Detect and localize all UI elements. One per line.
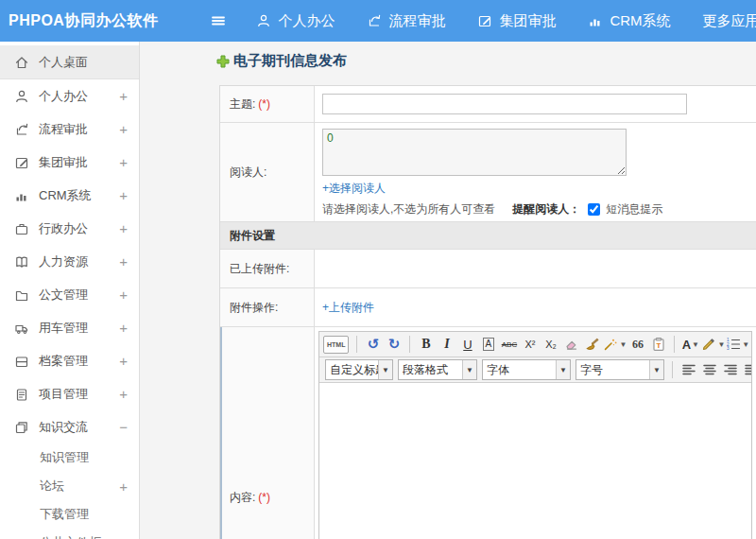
rich-text-editor: HTML↺↻BIUAABCX²X₂▼66TA▼▼123▼ 自定义标题▼段落格式▼… bbox=[318, 331, 752, 539]
align-center-button[interactable] bbox=[699, 360, 719, 380]
expander-minus-icon[interactable]: − bbox=[119, 419, 128, 435]
required-mark: (*) bbox=[258, 97, 270, 111]
page-title: 电子期刊信息发布 bbox=[216, 52, 347, 70]
publish-form: 主题: (*) 阅读人: +选择阅读人 请选择阅读人,不选为所有人可查看 提醒阅… bbox=[219, 85, 756, 539]
magic-wand-button[interactable]: ▼ bbox=[603, 335, 627, 355]
eraser-button[interactable] bbox=[561, 335, 581, 355]
sidebar-item-档案管理[interactable]: 档案管理+ bbox=[0, 344, 139, 377]
expander-plus-icon[interactable]: + bbox=[119, 88, 128, 104]
editor-content-area[interactable] bbox=[319, 383, 751, 539]
uploaded-attachments-value bbox=[315, 250, 756, 287]
top-nav-item-流程审批[interactable]: 流程审批 bbox=[367, 12, 445, 30]
hamburger-menu-icon[interactable] bbox=[211, 9, 226, 32]
sidebar-item-知识管理[interactable]: 知识管理 bbox=[0, 443, 139, 472]
archive-icon bbox=[13, 353, 29, 369]
expander-plus-icon[interactable]: + bbox=[119, 386, 128, 402]
sidebar-item-行政办公[interactable]: 行政办公+ bbox=[0, 212, 139, 245]
toolbar-separator bbox=[356, 336, 357, 353]
sidebar-item-知识交流[interactable]: 知识交流− bbox=[0, 410, 139, 443]
format-brush-button[interactable] bbox=[582, 335, 602, 355]
book-icon bbox=[13, 253, 29, 270]
align-right-button[interactable] bbox=[720, 360, 740, 380]
expander-plus-icon[interactable]: + bbox=[119, 220, 128, 236]
sidebar-item-个人桌面[interactable]: 个人桌面 bbox=[0, 45, 139, 79]
readers-row: 阅读人: +选择阅读人 请选择阅读人,不选为所有人可查看 提醒阅读人： 短消息提… bbox=[220, 123, 756, 222]
truck-icon bbox=[13, 320, 29, 336]
editor-toolbar-row1: HTML↺↻BIUAABCX²X₂▼66TA▼▼123▼ bbox=[319, 332, 751, 357]
top-nav-item-CRM系统[interactable]: CRM系统 bbox=[588, 12, 670, 30]
font-color-button[interactable]: A▼ bbox=[680, 335, 700, 355]
editor-select-段落格式[interactable]: 段落格式▼ bbox=[398, 359, 477, 380]
chart-icon bbox=[13, 187, 29, 203]
expander-plus-icon[interactable]: + bbox=[119, 154, 128, 170]
user-icon bbox=[256, 13, 271, 28]
subject-input[interactable] bbox=[322, 94, 687, 114]
remind-readers-label: 提醒阅读人： bbox=[512, 201, 580, 217]
sidebar-item-论坛[interactable]: 论坛+ bbox=[0, 472, 139, 500]
expander-plus-icon[interactable]: + bbox=[119, 287, 128, 303]
italic-button[interactable]: I bbox=[437, 335, 456, 355]
top-nav-item-更多应用[interactable]: 更多应用▼ bbox=[703, 12, 756, 30]
content-row: 内容: (*) HTML↺↻BIUAABCX²X₂▼66TA▼▼123▼ 自定义… bbox=[220, 327, 756, 539]
sidebar-item-集团审批[interactable]: 集团审批+ bbox=[0, 146, 139, 179]
readers-textarea[interactable] bbox=[322, 129, 627, 176]
editor-toolbar-row2: 自定义标题▼段落格式▼字体▼字号▼ bbox=[319, 357, 751, 383]
main-content: 电子期刊信息发布 主题: (*) 阅读人: +选择阅读人 请选择阅读人,不选 bbox=[141, 42, 756, 539]
top-nav-item-个人办公[interactable]: 个人办公 bbox=[256, 12, 335, 30]
sidebar-item-公文管理[interactable]: 公文管理+ bbox=[0, 278, 139, 311]
sms-notify-checkbox[interactable] bbox=[588, 203, 600, 216]
font-box-button[interactable]: A bbox=[478, 335, 498, 355]
expander-plus-icon[interactable]: + bbox=[119, 253, 128, 270]
sidebar-item-CRM系统[interactable]: CRM系统+ bbox=[0, 179, 139, 212]
sms-notify-label: 短消息提示 bbox=[606, 201, 662, 217]
sidebar-item-项目管理[interactable]: 项目管理+ bbox=[0, 377, 139, 410]
caret-down-icon: ▼ bbox=[378, 360, 392, 379]
caret-down-icon: ▼ bbox=[462, 360, 476, 379]
html-source-button[interactable]: HTML bbox=[323, 336, 349, 354]
sidebar-item-人力资源[interactable]: 人力资源+ bbox=[0, 245, 139, 278]
sidebar-item-公共文件柜[interactable]: 公共文件柜 bbox=[0, 529, 139, 539]
caret-down-icon: ▼ bbox=[556, 360, 570, 379]
briefcase-icon bbox=[13, 220, 29, 236]
sidebar-item-下载管理[interactable]: 下载管理 bbox=[0, 500, 139, 529]
sidebar-item-流程审批[interactable]: 流程审批+ bbox=[0, 113, 139, 146]
align-justify-button[interactable] bbox=[741, 360, 751, 380]
readers-label: 阅读人: bbox=[220, 123, 315, 221]
paste-table-button[interactable]: T bbox=[648, 335, 668, 355]
underline-button[interactable]: U bbox=[457, 335, 477, 355]
expander-plus-icon[interactable]: + bbox=[119, 478, 128, 495]
uploaded-attachments-label: 已上传附件: bbox=[220, 250, 315, 287]
highlight-button[interactable]: ▼ bbox=[701, 335, 725, 355]
subscript-button[interactable]: X₂ bbox=[541, 335, 560, 355]
undo-button[interactable]: ↺ bbox=[363, 335, 383, 355]
editor-select-字号[interactable]: 字号▼ bbox=[576, 359, 664, 380]
expander-plus-icon[interactable]: + bbox=[119, 121, 128, 137]
sidebar-item-个人办公[interactable]: 个人办公+ bbox=[0, 79, 139, 113]
edit-icon bbox=[13, 154, 29, 170]
app-logo: PHPOA协同办公软件 bbox=[0, 11, 158, 31]
top-nav: 个人办公流程审批集团审批CRM系统更多应用▼ bbox=[256, 12, 756, 30]
attachment-section-header: 附件设置 bbox=[220, 222, 756, 250]
editor-select-自定义标题[interactable]: 自定义标题▼ bbox=[325, 359, 393, 380]
content-label: 内容: (*) bbox=[220, 327, 315, 539]
redo-button[interactable]: ↻ bbox=[384, 335, 404, 355]
unordered-list-button[interactable] bbox=[750, 335, 751, 355]
edit-icon bbox=[477, 13, 492, 28]
strikethrough-button[interactable]: ABC bbox=[499, 335, 519, 355]
expander-plus-icon[interactable]: + bbox=[119, 320, 128, 336]
expander-plus-icon[interactable]: + bbox=[119, 353, 128, 369]
toolbar-separator bbox=[674, 336, 675, 353]
expander-plus-icon[interactable]: + bbox=[119, 187, 128, 203]
upload-attachment-link[interactable]: +上传附件 bbox=[322, 300, 374, 316]
caret-down-icon: ▼ bbox=[649, 360, 663, 379]
editor-select-字体[interactable]: 字体▼ bbox=[482, 359, 571, 380]
bold-button[interactable]: B bbox=[416, 335, 436, 355]
align-left-button[interactable] bbox=[679, 360, 698, 380]
attachment-operation-row: 附件操作: +上传附件 bbox=[220, 288, 756, 327]
sidebar-item-用车管理[interactable]: 用车管理+ bbox=[0, 311, 139, 344]
superscript-button[interactable]: X² bbox=[520, 335, 540, 355]
select-readers-link[interactable]: +选择阅读人 bbox=[322, 182, 386, 195]
top-nav-item-集团审批[interactable]: 集团审批 bbox=[477, 12, 556, 30]
blockquote-button[interactable]: 66 bbox=[627, 335, 647, 355]
ordered-list-button[interactable]: 123▼ bbox=[726, 335, 749, 355]
